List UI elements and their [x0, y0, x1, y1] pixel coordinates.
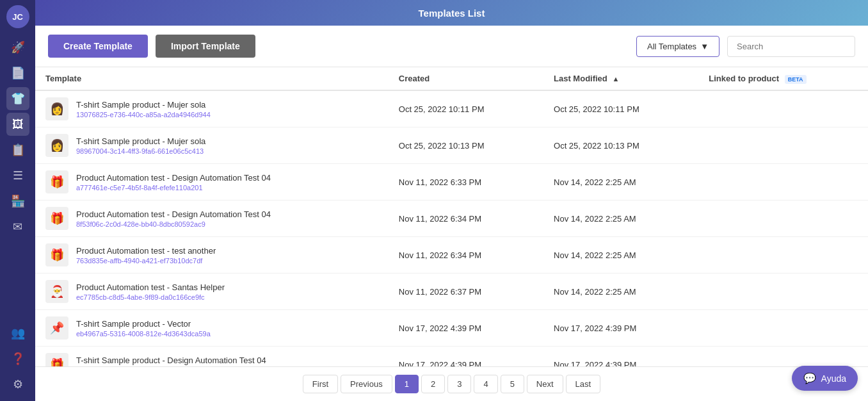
next-page-button[interactable]: Next: [527, 375, 563, 393]
templates-table: Template Created Last Modified ▲ Linked …: [35, 67, 868, 366]
search-input[interactable]: [727, 36, 855, 57]
ayuda-icon: 💬: [803, 372, 816, 384]
column-template: Template: [35, 67, 389, 90]
filter-dropdown-button[interactable]: All Templates ▼: [636, 36, 719, 57]
linked-cell-4: [698, 237, 868, 274]
table-row[interactable]: 🎅 Product Automation test - Santas Helpe…: [35, 274, 868, 310]
table-row[interactable]: 🎁 Product Automation test - Design Autom…: [35, 201, 868, 237]
main-content: Templates List Create Template Import Te…: [35, 0, 868, 401]
template-info-1: T-shirt Sample product - Mujer sola 9896…: [76, 136, 205, 155]
table-row[interactable]: 🎁 Product Automation test - test another…: [35, 237, 868, 274]
created-cell-0: Oct 25, 2022 10:11 PM: [389, 90, 543, 127]
template-info-6: T-shirt Sample product - Vector eb4967a5…: [76, 319, 211, 338]
page-1-button[interactable]: 1: [395, 375, 419, 393]
avatar[interactable]: JC: [6, 5, 29, 28]
modified-cell-5: Nov 14, 2022 2:25 AM: [543, 274, 698, 310]
tshirt-icon[interactable]: 👕: [6, 87, 29, 110]
table-row[interactable]: 🎁 Product Automation test - Design Autom…: [35, 164, 868, 201]
template-info-4: Product Automation test - test another 7…: [76, 246, 216, 265]
column-created[interactable]: Created: [389, 67, 543, 90]
modified-cell-0: Oct 25, 2022 10:11 PM: [543, 90, 698, 127]
ayuda-button[interactable]: 💬 Ayuda: [792, 366, 858, 391]
book-icon[interactable]: 📋: [6, 138, 29, 161]
template-info-2: Product Automation test - Design Automat…: [76, 173, 271, 192]
settings-icon[interactable]: ⚙: [6, 373, 29, 396]
template-name-6: T-shirt Sample product - Vector: [76, 319, 211, 329]
store-icon[interactable]: 🏪: [6, 190, 29, 213]
previous-page-button[interactable]: Previous: [341, 375, 392, 393]
template-id-1: 98967004-3c14-4ff3-9fa6-661e06c5c413: [76, 147, 205, 155]
list-icon[interactable]: ☰: [6, 164, 29, 187]
template-thumb-5: 🎅: [45, 280, 68, 303]
template-cell-3: 🎁 Product Automation test - Design Autom…: [35, 201, 389, 237]
created-cell-5: Nov 11, 2022 6:37 PM: [389, 274, 543, 310]
template-cell-5: 🎅 Product Automation test - Santas Helpe…: [35, 274, 389, 310]
modified-cell-2: Nov 14, 2022 2:25 AM: [543, 164, 698, 201]
table-row[interactable]: 🎁 T-shirt Sample product - Design Automa…: [35, 347, 868, 367]
linked-cell-3: [698, 201, 868, 237]
linked-cell-7: [698, 347, 868, 367]
users-icon[interactable]: 👥: [6, 322, 29, 345]
linked-cell-6: [698, 310, 868, 347]
sidebar: JC 🚀 📄 👕 🖼 📋 ☰ 🏪 ✉ 👥 ❓ ⚙: [0, 0, 35, 401]
template-cell-0: 👩 T-shirt Sample product - Mujer sola 13…: [35, 90, 389, 127]
created-cell-6: Nov 17, 2022 4:39 PM: [389, 310, 543, 347]
page-4-button[interactable]: 4: [474, 375, 497, 393]
created-cell-7: Nov 17, 2022 4:39 PM: [389, 347, 543, 367]
template-id-6: eb4967a5-5316-4008-812e-4d3643dca59a: [76, 330, 211, 338]
template-id-4: 763d835e-affb-4940-a421-ef73b10dc7df: [76, 257, 216, 265]
template-cell-2: 🎁 Product Automation test - Design Autom…: [35, 164, 389, 201]
modified-cell-1: Oct 25, 2022 10:13 PM: [543, 127, 698, 164]
linked-cell-5: [698, 274, 868, 310]
page-5-button[interactable]: 5: [501, 375, 524, 393]
linked-cell-2: [698, 164, 868, 201]
template-info-5: Product Automation test - Santas Helper …: [76, 282, 225, 301]
first-page-button[interactable]: First: [303, 375, 338, 393]
document-icon[interactable]: 📄: [6, 61, 29, 85]
templates-table-container: Template Created Last Modified ▲ Linked …: [35, 67, 868, 366]
page-3-button[interactable]: 3: [447, 375, 471, 393]
template-name-2: Product Automation test - Design Automat…: [76, 173, 271, 183]
sort-arrow-modified: ▲: [612, 75, 619, 83]
chevron-down-icon: ▼: [700, 42, 709, 51]
template-thumb-0: 👩: [45, 97, 68, 120]
template-cell-7: 🎁 T-shirt Sample product - Design Automa…: [35, 347, 389, 367]
modified-cell-6: Nov 17, 2022 4:39 PM: [543, 310, 698, 347]
template-id-3: 8f53f06c-2c0d-428e-bb40-8dbc80592ac9: [76, 220, 271, 228]
page-2-button[interactable]: 2: [421, 375, 445, 393]
template-cell-1: 👩 T-shirt Sample product - Mujer sola 98…: [35, 127, 389, 164]
table-row[interactable]: 👩 T-shirt Sample product - Mujer sola 98…: [35, 127, 868, 164]
column-modified[interactable]: Last Modified ▲: [543, 67, 698, 90]
toolbar: Create Template Import Template All Temp…: [35, 26, 868, 67]
create-template-button[interactable]: Create Template: [48, 35, 148, 58]
email-icon[interactable]: ✉: [6, 215, 29, 238]
created-cell-1: Oct 25, 2022 10:13 PM: [389, 127, 543, 164]
template-id-5: ec7785cb-c8d5-4abe-9f89-da0c166ce9fc: [76, 293, 225, 301]
template-thumb-3: 🎁: [45, 207, 68, 230]
topbar: Templates List: [35, 0, 868, 26]
template-thumb-7: 🎁: [45, 353, 68, 366]
modified-cell-7: Nov 17, 2022 4:39 PM: [543, 347, 698, 367]
template-icon[interactable]: 🖼: [6, 113, 29, 136]
linked-cell-0: [698, 90, 868, 127]
template-cell-4: 🎁 Product Automation test - test another…: [35, 237, 389, 274]
modified-cell-4: Nov 14, 2022 2:25 AM: [543, 237, 698, 274]
created-cell-2: Nov 11, 2022 6:33 PM: [389, 164, 543, 201]
help-icon[interactable]: ❓: [6, 347, 29, 370]
template-name-1: T-shirt Sample product - Mujer sola: [76, 136, 205, 146]
template-thumb-2: 🎁: [45, 170, 68, 193]
import-template-button[interactable]: Import Template: [156, 35, 255, 58]
page-title: Templates List: [419, 8, 485, 19]
pagination: First Previous 1 2 3 4 5 Next Last: [35, 366, 868, 401]
template-thumb-4: 🎁: [45, 243, 68, 266]
table-row[interactable]: 👩 T-shirt Sample product - Mujer sola 13…: [35, 90, 868, 127]
filter-label: All Templates: [647, 42, 696, 51]
table-row[interactable]: 📌 T-shirt Sample product - Vector eb4967…: [35, 310, 868, 347]
content-area: Create Template Import Template All Temp…: [35, 26, 868, 401]
rocket-icon[interactable]: 🚀: [6, 36, 29, 59]
modified-cell-3: Nov 14, 2022 2:25 AM: [543, 201, 698, 237]
last-page-button[interactable]: Last: [566, 375, 601, 393]
template-info-3: Product Automation test - Design Automat…: [76, 209, 271, 228]
template-name-4: Product Automation test - test another: [76, 246, 216, 256]
template-name-3: Product Automation test - Design Automat…: [76, 209, 271, 219]
